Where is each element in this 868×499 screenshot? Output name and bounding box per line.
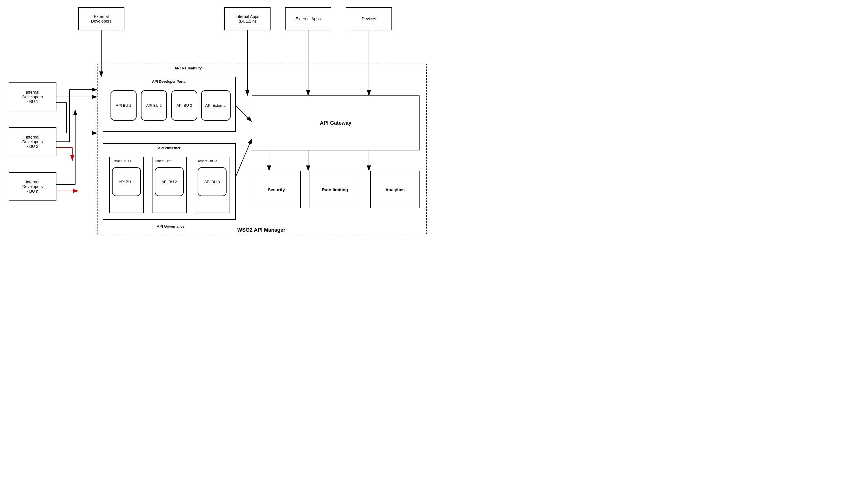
- api-governance-label: API Governance: [142, 224, 200, 229]
- internal-apps-label: Internal Apps (BU1,2,n): [235, 14, 259, 23]
- api-external-label: API External: [205, 103, 226, 108]
- devices-label: Devices: [362, 16, 376, 21]
- api-bu2-portal-label: API BU 2: [146, 103, 161, 108]
- tenant-bu3-box: Tenant - BU 3 API BU 3: [195, 157, 230, 213]
- rate-limiting-label: Rate-limiting: [322, 187, 348, 192]
- internal-dev-bu1-label: Internal Developers - BU 1: [22, 90, 43, 104]
- analytics-label: Analytics: [386, 187, 405, 192]
- api-reusability-label: API Reusability: [159, 66, 217, 70]
- tenant-bu2-box: Tenant - BU 2 API BU 2: [152, 157, 187, 213]
- internal-dev-bu2-box: Internal Developers - BU 2: [9, 127, 57, 156]
- internal-dev-bu2-label: Internal Developers - BU 2: [22, 135, 43, 149]
- api-bu2-portal-box: API BU 2: [141, 90, 167, 121]
- external-apps-label: External Apps: [296, 16, 321, 21]
- analytics-box: Analytics: [370, 171, 419, 208]
- rate-limiting-box: Rate-limiting: [309, 171, 360, 208]
- api-developer-portal-label: API Developer Portal: [152, 80, 187, 84]
- api-gateway-box: API Gateway: [252, 96, 419, 150]
- api-bu3-portal-label: API BU 3: [176, 103, 192, 108]
- security-box: Security: [252, 171, 301, 208]
- api-bu3-portal-box: API BU 3: [171, 90, 197, 121]
- tenant-bu3-label: Tenant - BU 3: [198, 159, 217, 162]
- api-gateway-label: API Gateway: [320, 120, 351, 126]
- api-external-portal-box: API External: [201, 90, 231, 121]
- api-publisher-box: API Publisher Tenant - BU 1 API BU 1 Ten…: [103, 143, 236, 220]
- api-bu1-publisher-label: API BU 1: [119, 180, 134, 184]
- security-label: Security: [268, 187, 285, 192]
- tenant-bu2-label: Tenant - BU 2: [155, 159, 174, 162]
- external-developers-label: External Developers: [91, 14, 112, 23]
- api-developer-portal-box: API Developer Portal API BU 1 API BU 2 A…: [103, 77, 236, 132]
- internal-apps-box: Internal Apps (BU1,2,n): [224, 7, 270, 31]
- diagram: External Developers Internal Developers …: [0, 0, 434, 250]
- api-bu1-publisher-box: API BU 1: [112, 167, 141, 196]
- api-bu2-publisher-box: API BU 2: [155, 167, 184, 196]
- api-publisher-label: API Publisher: [158, 146, 181, 150]
- api-bu3-publisher-box: API BU 3: [198, 167, 227, 196]
- wso2-label: WSO2 API Manager: [237, 227, 285, 233]
- api-bu1-portal-box: API BU 1: [111, 90, 137, 121]
- api-bu1-portal-label: API BU 1: [116, 103, 131, 108]
- api-bu2-publisher-label: API BU 2: [161, 180, 177, 184]
- external-developers-box: External Developers: [78, 7, 124, 31]
- api-bu3-publisher-label: API BU 3: [204, 180, 220, 184]
- external-apps-box: External Apps: [285, 7, 331, 31]
- tenant-bu1-label: Tenant - BU 1: [112, 159, 131, 162]
- tenant-bu1-box: Tenant - BU 1 API BU 1: [109, 157, 144, 213]
- internal-dev-bu1-box: Internal Developers - BU 1: [9, 83, 57, 111]
- internal-dev-bun-box: Internal Developers - BU n: [9, 172, 57, 201]
- internal-dev-bun-label: Internal Developers - BU n: [22, 180, 43, 194]
- devices-box: Devices: [346, 7, 392, 31]
